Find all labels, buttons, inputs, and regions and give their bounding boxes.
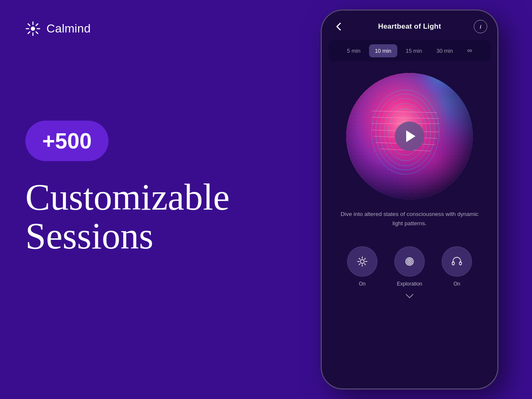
- exploration-label: Exploration: [397, 281, 422, 287]
- calmind-logo-icon: [25, 21, 41, 36]
- svg-line-30: [364, 259, 365, 259]
- headline-line2: Sessions: [25, 216, 153, 256]
- svg-line-29: [364, 264, 365, 264]
- headphones-icon: [451, 256, 463, 267]
- bottom-controls: On Exploration: [322, 238, 497, 291]
- chevron-wrapper: [322, 291, 497, 304]
- phone-content: Heartbeat of Light i 5 min 10 min 15 min…: [322, 11, 497, 388]
- logo-text: Calmind: [46, 22, 91, 35]
- duration-selector: 5 min 10 min 15 min 30 min ∞: [328, 40, 491, 61]
- right-panel: Heartbeat of Light i 5 min 10 min 15 min…: [287, 0, 532, 399]
- side-button-power: [497, 129, 498, 167]
- duration-10min[interactable]: 10 min: [369, 44, 397, 57]
- phone-frame: Heartbeat of Light i 5 min 10 min 15 min…: [321, 10, 498, 389]
- headphones-label: On: [453, 281, 460, 287]
- duration-infinity[interactable]: ∞: [461, 43, 478, 58]
- control-brightness: On: [347, 246, 377, 287]
- brightness-icon: [357, 256, 368, 267]
- info-button[interactable]: i: [474, 20, 487, 33]
- logo-area: Calmind: [25, 21, 262, 36]
- duration-15min[interactable]: 15 min: [400, 44, 428, 57]
- side-button-volume: [321, 103, 322, 127]
- phone-notch: [384, 11, 435, 22]
- svg-line-6: [36, 32, 38, 33]
- svg-point-32: [409, 261, 410, 262]
- svg-line-7: [36, 24, 38, 26]
- svg-point-0: [31, 27, 35, 31]
- back-button[interactable]: [332, 20, 345, 33]
- info-icon: i: [480, 24, 481, 30]
- badge: +500: [25, 121, 109, 161]
- exploration-icon: [404, 256, 415, 267]
- exploration-button[interactable]: [394, 246, 425, 277]
- svg-line-5: [28, 24, 30, 26]
- brightness-label: On: [359, 281, 366, 287]
- headline-line1: Customizable: [25, 177, 230, 218]
- headline: Customizable Sessions: [25, 178, 262, 256]
- chevron-down-icon[interactable]: [405, 294, 414, 299]
- control-exploration: Exploration: [394, 246, 425, 287]
- album-art[interactable]: [346, 73, 473, 200]
- play-icon: [406, 130, 415, 142]
- duration-5min[interactable]: 5 min: [341, 44, 366, 57]
- svg-point-23: [361, 260, 364, 264]
- play-button[interactable]: [395, 121, 424, 151]
- page-title: Heartbeat of Light: [378, 22, 441, 31]
- left-panel: Calmind +500 Customizable Sessions: [0, 0, 287, 399]
- headphones-button[interactable]: [442, 246, 472, 277]
- svg-line-28: [359, 259, 360, 259]
- album-art-wrapper: [322, 61, 497, 206]
- session-description: Dive into altered states of consciousnes…: [322, 206, 497, 238]
- control-headphones: On: [442, 246, 472, 287]
- svg-line-8: [28, 32, 30, 33]
- brightness-button[interactable]: [347, 246, 377, 277]
- duration-30min[interactable]: 30 min: [431, 44, 459, 57]
- svg-line-31: [359, 264, 360, 264]
